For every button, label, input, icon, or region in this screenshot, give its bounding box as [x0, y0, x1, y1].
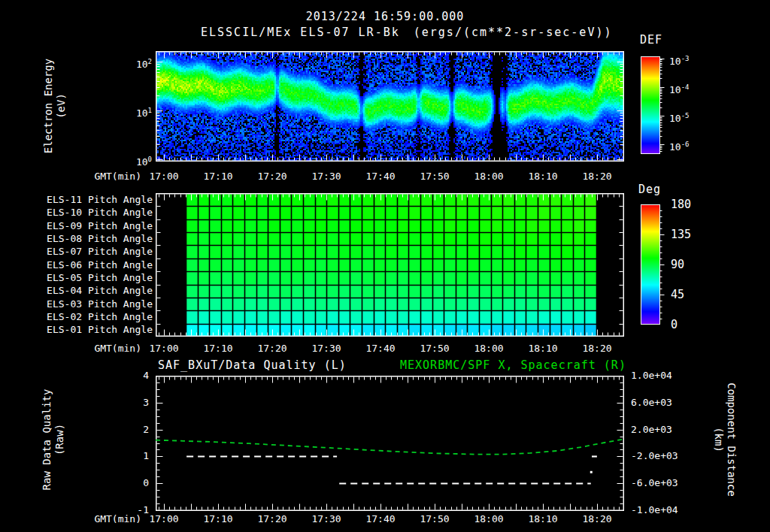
quality-distance-plot — [156, 376, 624, 511]
time-tick-label: 18:10 — [524, 343, 562, 355]
time-tick-label: 18:00 — [470, 513, 508, 525]
time-tick-label: 17:50 — [416, 343, 453, 355]
time-tick-label: 18:20 — [578, 171, 616, 183]
time-tick-label: 18:00 — [470, 343, 508, 355]
quality-tick-label: 4 — [113, 370, 149, 382]
energy-tick-label: 102 — [119, 56, 152, 68]
time-tick-label: 17:30 — [308, 171, 345, 183]
quality-y-axis-label: Raw Data Quality (Raw) — [41, 327, 68, 532]
quality-tick-label: 0 — [113, 477, 149, 489]
row-label-els-08: ELS-08 Pitch Angle — [2, 233, 153, 245]
spacecraft-series-title: MEXORBMC/SPF X, Spacecraft (R) — [400, 358, 626, 372]
deg-colorbar-tick-label: 90 — [671, 258, 684, 271]
def-colorbar-title: DEF — [640, 33, 662, 47]
distance-tick-label: 2.0e+03 — [631, 424, 672, 436]
deg-colorbar-tick-label: 135 — [671, 228, 691, 240]
pitch-angle-grid — [156, 193, 624, 337]
quality-tick-label: 2 — [113, 424, 149, 436]
row-label-els-10: ELS-10 Pitch Angle — [2, 207, 153, 219]
time-tick-label: 17:10 — [199, 171, 237, 183]
distance-tick-label: 1.0e+04 — [631, 370, 672, 382]
time-tick-label: 17:50 — [416, 171, 453, 183]
time-tick-label: 18:20 — [578, 513, 616, 525]
time-tick-label: 17:00 — [145, 171, 183, 183]
row-label-els-05: ELS-05 Pitch Angle — [2, 272, 153, 284]
def-colorbar-tick-label: 10-5 — [669, 110, 690, 122]
distance-tick-label: -2.0e+03 — [631, 450, 678, 462]
electron-energy-spectrogram — [156, 51, 624, 162]
time-tick-label: 17:40 — [362, 343, 399, 355]
deg-colorbar — [641, 204, 666, 325]
def-colorbar-tick-label: 10-6 — [669, 138, 690, 150]
time-tick-label: 18:10 — [524, 171, 562, 183]
time-tick-label: 17:00 — [145, 513, 183, 525]
time-tick-label: 17:10 — [199, 513, 237, 525]
time-tick-label: 17:30 — [308, 513, 345, 525]
instrument-label: ELSSCIL/MEx ELS-07 LR-Bk — [201, 26, 400, 39]
quality-tick-label: 1 — [113, 450, 149, 462]
units-label: (ergs/(cm**2-sr-sec-eV)) — [414, 26, 613, 39]
row-label-els-11: ELS-11 Pitch Angle — [2, 194, 153, 206]
row-label-els-02: ELS-02 Pitch Angle — [2, 311, 153, 323]
gmt-label-top: GMT(min) — [66, 171, 141, 182]
deg-colorbar-tick-label: 45 — [671, 289, 684, 301]
time-tick-label: 17:20 — [253, 513, 291, 525]
time-tick-label: 17:00 — [145, 343, 183, 355]
time-tick-label: 17:40 — [362, 171, 399, 183]
quality-series-title: SAF_BXuT/Data Quality (L) — [158, 358, 347, 372]
gmt-label-middle: GMT(min) — [66, 343, 141, 354]
time-tick-label: 17:40 — [362, 513, 399, 525]
def-colorbar — [641, 56, 666, 154]
time-tick-label: 17:20 — [253, 171, 291, 183]
time-tick-label: 18:10 — [524, 513, 562, 525]
deg-colorbar-tick-label: 0 — [671, 319, 678, 331]
time-tick-label: 18:20 — [578, 343, 616, 355]
distance-tick-label: -1.0e+04 — [631, 504, 678, 516]
distance-tick-label: -6.0e+03 — [631, 477, 678, 489]
time-tick-label: 17:10 — [199, 343, 237, 355]
deg-colorbar-tick-label: 180 — [671, 198, 691, 210]
spectrogram-y-axis-label: Electron Energy (eV) — [42, 0, 69, 219]
row-label-els-09: ELS-09 Pitch Angle — [2, 220, 153, 232]
time-tick-label: 17:30 — [308, 343, 345, 355]
energy-tick-label: 101 — [119, 104, 152, 116]
quality-tick-label: 3 — [113, 397, 149, 409]
plot-date-title: 2013/224 16:59:00.000 — [0, 10, 770, 23]
row-label-els-01: ELS-01 Pitch Angle — [2, 324, 153, 336]
row-label-els-04: ELS-04 Pitch Angle — [2, 285, 153, 297]
time-tick-label: 18:00 — [470, 171, 508, 183]
time-tick-label: 17:20 — [253, 343, 291, 355]
distance-y-axis-label: Component Distance (km) — [711, 327, 738, 532]
row-label-els-06: ELS-06 Pitch Angle — [2, 259, 153, 271]
quality-tick-label: -1 — [113, 504, 149, 516]
row-label-els-03: ELS-03 Pitch Angle — [2, 298, 153, 310]
energy-tick-label: 100 — [119, 153, 152, 165]
row-label-els-07: ELS-07 Pitch Angle — [2, 246, 153, 258]
distance-tick-label: 6.0e+03 — [631, 397, 672, 409]
plot-subtitle: ELSSCIL/MEx ELS-07 LR-Bk(ergs/(cm**2-sr-… — [201, 26, 613, 39]
def-colorbar-tick-label: 10-3 — [669, 53, 690, 65]
plot-page: 2013/224 16:59:00.000 ELSSCIL/MEx ELS-07… — [0, 0, 770, 532]
def-colorbar-tick-label: 10-4 — [669, 81, 690, 93]
deg-colorbar-title: Deg — [638, 183, 661, 196]
time-tick-label: 17:50 — [416, 513, 453, 525]
